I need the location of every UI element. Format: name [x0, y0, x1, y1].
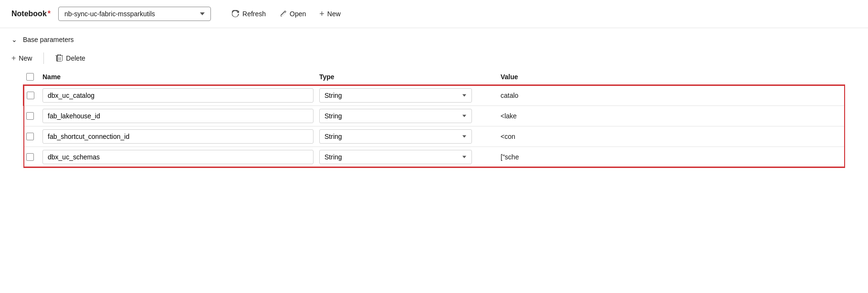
row-2-value: <lake — [501, 112, 517, 120]
plus-icon: + — [319, 10, 324, 18]
table-header-row: Name Type Value — [23, 69, 845, 85]
row-checkbox-cell — [23, 147, 42, 168]
row-2-checkbox[interactable] — [26, 112, 34, 120]
col-header-value: Value — [501, 69, 845, 85]
row-3-type-select[interactable]: StringIntFloatBool — [319, 129, 472, 144]
row-4-checkbox[interactable] — [26, 153, 34, 161]
row-value-cell: ["sche — [501, 147, 845, 168]
row-2-name-input[interactable] — [42, 109, 314, 123]
col-header-checkbox — [23, 69, 42, 85]
row-value-cell: catalo — [501, 85, 845, 106]
params-table-container: Name Type Value StringIntFloatBoolcatalo… — [11, 69, 857, 168]
row-type-cell: StringIntFloatBool — [319, 85, 501, 106]
params-table: Name Type Value StringIntFloatBoolcatalo… — [23, 69, 845, 168]
row-value-cell: <con — [501, 126, 845, 147]
row-1-type-select[interactable]: StringIntFloatBool — [319, 88, 472, 103]
params-delete-label: Delete — [66, 54, 85, 62]
row-4-name-input[interactable] — [42, 150, 314, 164]
row-checkbox-cell — [23, 106, 42, 126]
refresh-label: Refresh — [242, 10, 266, 18]
row-name-cell — [42, 126, 319, 147]
refresh-icon — [232, 10, 240, 18]
toolbar-actions: Refresh Open + New — [226, 7, 346, 21]
refresh-button[interactable]: Refresh — [226, 7, 272, 21]
params-new-label: New — [19, 54, 32, 62]
notebook-dropdown[interactable]: nb-sync-uc-fabric-mssparkutils — [58, 7, 211, 21]
open-label: Open — [290, 10, 306, 18]
row-4-type-select[interactable]: StringIntFloatBool — [319, 150, 472, 164]
row-3-name-input[interactable] — [42, 129, 314, 144]
table-row: StringIntFloatBoolcatalo — [23, 85, 845, 106]
params-delete-button[interactable]: Delete — [50, 52, 91, 65]
table-row: StringIntFloatBool<lake — [23, 106, 845, 126]
notebook-dropdown-value: nb-sync-uc-fabric-mssparkutils — [64, 10, 155, 18]
open-button[interactable]: Open — [273, 7, 312, 21]
base-params-section: ⌄ Base parameters + New Delete — [0, 28, 868, 168]
row-3-checkbox[interactable] — [26, 133, 34, 140]
col-header-type: Type — [319, 69, 501, 85]
new-header-label: New — [327, 10, 341, 18]
toolbar-divider — [43, 52, 44, 64]
chevron-down-icon — [200, 12, 205, 15]
row-1-value: catalo — [501, 92, 518, 99]
base-params-toggle[interactable]: ⌄ Base parameters — [11, 34, 857, 45]
row-1-name-input[interactable] — [42, 88, 314, 103]
params-toolbar: + New Delete — [11, 45, 857, 69]
select-all-checkbox[interactable] — [26, 73, 34, 81]
params-plus-icon: + — [11, 54, 16, 63]
row-value-cell: <lake — [501, 106, 845, 126]
row-checkbox-cell — [23, 126, 42, 147]
notebook-label: Notebook* — [11, 10, 51, 18]
row-name-cell — [42, 147, 319, 168]
edit-icon — [279, 10, 287, 18]
required-indicator: * — [48, 10, 51, 18]
row-name-cell — [42, 85, 319, 106]
table-row: StringIntFloatBool<con — [23, 126, 845, 147]
col-header-name: Name — [42, 69, 319, 85]
base-params-label: Base parameters — [23, 36, 74, 43]
row-checkbox-cell — [23, 85, 42, 106]
trash-icon — [55, 54, 63, 62]
row-name-cell — [42, 106, 319, 126]
row-4-value: ["sche — [501, 153, 519, 161]
row-type-cell: StringIntFloatBool — [319, 106, 501, 126]
row-type-cell: StringIntFloatBool — [319, 126, 501, 147]
params-table-body: StringIntFloatBoolcataloStringIntFloatBo… — [23, 85, 845, 167]
params-new-button[interactable]: + New — [11, 51, 38, 65]
header-row: Notebook* nb-sync-uc-fabric-mssparkutils… — [0, 0, 868, 28]
row-1-checkbox[interactable] — [27, 92, 34, 99]
row-2-type-select[interactable]: StringIntFloatBool — [319, 109, 472, 123]
row-3-value: <con — [501, 133, 515, 140]
row-type-cell: StringIntFloatBool — [319, 147, 501, 168]
new-header-button[interactable]: + New — [314, 7, 346, 21]
table-row: StringIntFloatBool["sche — [23, 147, 845, 168]
